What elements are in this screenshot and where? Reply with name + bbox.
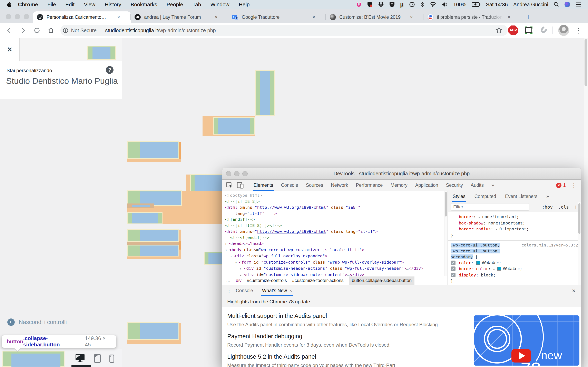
styles-rules[interactable]: border: ▸ none!important;box-shadow: non…: [448, 212, 581, 285]
tab-close-icon[interactable]: ×: [117, 14, 120, 20]
devtools-tab-console[interactable]: Console: [281, 180, 298, 191]
new-rule-button[interactable]: +: [574, 204, 578, 210]
menu-item-window[interactable]: Window: [210, 1, 229, 8]
inspect-element-icon[interactable]: [226, 182, 233, 189]
menu-clock[interactable]: Sat 14:36: [486, 2, 508, 8]
menu-item-tab[interactable]: Tab: [192, 1, 201, 8]
devtools-zoom-button[interactable]: [242, 171, 248, 176]
magnet-app-icon[interactable]: [356, 2, 361, 7]
whats-new-item-title[interactable]: Payment Handler debugging: [227, 333, 472, 340]
forward-button[interactable]: [18, 26, 28, 35]
tab-close-icon[interactable]: ×: [312, 14, 315, 20]
styles-filter-input[interactable]: [451, 203, 529, 211]
customizer-close-button[interactable]: ×: [0, 38, 20, 61]
device-toolbar-icon[interactable]: [237, 182, 244, 189]
css-property-checkbox[interactable]: ✓: [451, 273, 456, 277]
shield-upload-icon[interactable]: [389, 2, 395, 7]
menu-item-edit[interactable]: Edit: [65, 1, 75, 8]
elements-scrollbar[interactable]: [444, 191, 447, 276]
omnibox[interactable]: Not Secure studiodentisticopuglia.it/wp-…: [61, 25, 508, 36]
dom-tree-line[interactable]: <!--<![endif]-->: [225, 235, 424, 241]
css-property[interactable]: box-shadow: none!important;: [450, 220, 578, 226]
breadcrumb-item[interactable]: div: [236, 278, 242, 283]
collapse-sidebar-icon[interactable]: [7, 318, 15, 326]
devtools-title-bar[interactable]: DevTools - studiodentisticopuglia.it/wp-…: [222, 168, 581, 180]
css-property-checkbox[interactable]: ✓: [451, 261, 456, 265]
whats-new-video-thumbnail[interactable]: new 78: [474, 315, 579, 366]
css-property[interactable]: border: ▸ none!important;: [450, 214, 578, 220]
tab-5[interactable]: il problema persiste - Traduzione×: [424, 11, 521, 23]
cls-toggle[interactable]: .cls: [558, 205, 569, 210]
dom-tree-line[interactable]: <html xmlns="http://www.w3.org/1999/xhtm…: [225, 205, 424, 211]
wifi-icon[interactable]: [430, 2, 436, 7]
menu-item-history[interactable]: History: [105, 1, 121, 8]
zoom-window-button[interactable]: [24, 14, 29, 19]
volume-icon[interactable]: [442, 2, 448, 7]
error-indicator[interactable]: ×1: [556, 183, 566, 188]
preview-desktop-icon[interactable]: [75, 354, 85, 363]
css-property[interactable]: ✓color: #04a4cc;: [450, 260, 578, 266]
page-scrollbar-thumb[interactable]: [585, 39, 587, 86]
window-controls[interactable]: [6, 14, 29, 19]
drawer-tab-close-icon[interactable]: ×: [289, 288, 292, 293]
dom-tree-line[interactable]: <!doctype html>: [225, 192, 424, 199]
styles-tab-styles[interactable]: Styles: [453, 191, 466, 202]
home-button[interactable]: [46, 26, 56, 35]
devtools-close-button[interactable]: [226, 171, 231, 176]
dom-tree-line[interactable]: ▸ <div id="customize-header-actions" cla…: [225, 266, 424, 272]
collapse-sidebar-button[interactable]: Nascondi i controlli: [19, 319, 67, 325]
whats-new-item-title[interactable]: Multi-client support in the Audits panel: [227, 313, 472, 319]
css-property[interactable]: ✓border-color: ▸ #04a4cc;: [450, 266, 578, 272]
help-icon[interactable]: ?: [106, 66, 113, 74]
page-scrollbar[interactable]: [584, 38, 588, 367]
tab-2[interactable]: andrea | Lay Theme Forum×: [131, 11, 228, 23]
tab-close-icon[interactable]: ×: [508, 14, 510, 20]
devtools-minimize-button[interactable]: [234, 171, 240, 176]
siri-icon[interactable]: [564, 2, 570, 7]
drawer-tab-console[interactable]: Console: [236, 285, 253, 296]
drawer-close-icon[interactable]: ×: [572, 287, 576, 294]
elements-panel[interactable]: <!doctype html><!--[if IE 8]><html xmlns…: [222, 191, 447, 276]
screenshot-extension-icon[interactable]: [524, 26, 533, 35]
devtools-tab-performance[interactable]: Performance: [356, 180, 383, 191]
css-source-link[interactable]: colors.min.…s?ver=5.3:2: [521, 242, 578, 248]
apple-menu-icon[interactable]: [7, 2, 12, 7]
devtools-tab-application[interactable]: Application: [415, 180, 438, 191]
tab-close-icon[interactable]: ×: [215, 14, 218, 20]
bookmark-star-icon[interactable]: [495, 27, 503, 34]
minimize-window-button[interactable]: [15, 14, 20, 19]
devtools-tab-memory[interactable]: Memory: [390, 180, 407, 191]
preview-mobile-icon[interactable]: [109, 355, 114, 363]
dom-tree-line[interactable]: ▾ <div class="wp-full-overlay expanded">: [225, 253, 424, 259]
menu-item-file[interactable]: File: [47, 1, 56, 8]
back-button[interactable]: [4, 26, 14, 35]
whats-new-item-title[interactable]: Lighthouse 5.2 in the Audits panel: [227, 353, 472, 360]
magnet-extension-icon[interactable]: [539, 26, 548, 35]
browser-menu-icon[interactable]: ⋮: [575, 26, 582, 34]
menu-item-bookmarks[interactable]: Bookmarks: [131, 1, 157, 8]
tab-close-icon[interactable]: ×: [410, 14, 413, 20]
adguard-icon[interactable]: [367, 2, 373, 7]
css-selector[interactable]: .wp-core-ui .button-: [450, 248, 578, 254]
css-rule-selected[interactable]: .wp-core-ui .button,colors.min.…s?ver=5.…: [448, 241, 581, 285]
devtools-tab-security[interactable]: Security: [446, 180, 463, 191]
dom-tree-line[interactable]: ▸ <head>…</head>: [225, 241, 424, 247]
tab-4[interactable]: Customize: B’Est Movie 2019×: [326, 11, 424, 23]
notification-center-icon[interactable]: [576, 2, 581, 7]
dom-tree-line[interactable]: <html xmlns="http://www.w3.org/1999/xhtm…: [225, 229, 424, 235]
breadcrumb-item[interactable]: #customize-controls: [247, 278, 287, 283]
dom-tree-line[interactable]: ▾ <form id="customize-controls" class="w…: [225, 259, 424, 266]
menu-item-chrome[interactable]: Chrome: [18, 1, 38, 8]
devtools-tab-[interactable]: »: [492, 180, 494, 191]
adblock-plus-extension-icon[interactable]: ABP: [508, 25, 518, 35]
styles-scrollbar-thumb[interactable]: [579, 203, 580, 234]
breadcrumb-item[interactable]: button.collapse-sidebar.button: [349, 276, 415, 285]
css-property[interactable]: ✓display: block;: [450, 272, 578, 278]
devtools-tab-elements[interactable]: Elements: [254, 180, 273, 191]
new-tab-button[interactable]: +: [526, 13, 530, 20]
styles-tab-eventlisteners[interactable]: Event Listeners: [505, 191, 537, 202]
hov-toggle[interactable]: :hov: [542, 205, 553, 210]
dropbox-icon[interactable]: [378, 2, 384, 7]
utorrent-icon[interactable]: µ: [400, 1, 404, 8]
css-selector[interactable]: secondary {: [450, 254, 578, 260]
